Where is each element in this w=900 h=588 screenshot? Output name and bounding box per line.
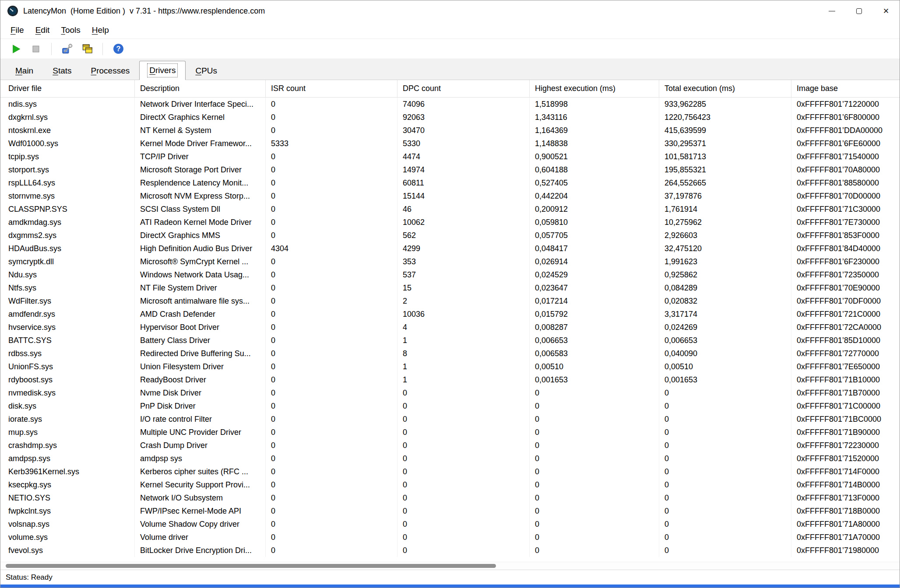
close-button[interactable]: ✕ <box>872 0 900 21</box>
cell: 0xFFFFF801’70A80000 <box>791 163 900 176</box>
table-row[interactable]: nvmedisk.sysNvme Disk Driver00000xFFFFF8… <box>0 386 900 399</box>
status-bar: Status: Ready <box>0 570 900 584</box>
column-header-image-base[interactable]: Image base <box>791 80 900 97</box>
cell: 15144 <box>397 189 530 203</box>
cell: 0xFFFFF801’84D40000 <box>791 242 900 255</box>
minimize-button[interactable] <box>818 0 845 21</box>
menu-bar: FileEditToolsHelp <box>0 21 900 39</box>
cell: 0 <box>659 544 791 557</box>
report-windows-button[interactable] <box>79 41 95 57</box>
table-row[interactable]: amdpsp.sysamdpsp sys00000xFFFFF801’71520… <box>0 452 900 465</box>
table-row[interactable]: BATTC.SYSBattery Class Driver010,0066530… <box>0 334 900 347</box>
tab-drivers[interactable]: Drivers <box>139 61 186 80</box>
column-header-highest-execution-ms[interactable]: Highest execution (ms) <box>530 80 659 97</box>
cell: 0 <box>659 491 791 504</box>
cell: 0,040090 <box>659 347 791 360</box>
cell: Kerb3961Kernel.sys <box>0 465 135 478</box>
svg-text:?: ? <box>116 45 120 52</box>
table-row[interactable]: UnionFS.sysUnion Filesystem Driver010,00… <box>0 360 900 373</box>
cell: 4 <box>397 321 530 334</box>
table-row[interactable]: HDAudBus.sysHigh Definition Audio Bus Dr… <box>0 242 900 255</box>
cell: 0xFFFFF801’713F0000 <box>791 491 900 504</box>
table-row[interactable]: amdkmdag.sysATI Radeon Kernel Mode Drive… <box>0 216 900 229</box>
table-row[interactable]: symcryptk.dllMicrosoft® SymCrypt Kernel … <box>0 255 900 268</box>
menu-edit[interactable]: Edit <box>30 21 56 38</box>
table-row[interactable]: storport.sysMicrosoft Storage Port Drive… <box>0 163 900 176</box>
table-row[interactable]: stornvme.sysMicrosoft NVM Express Storp.… <box>0 189 900 203</box>
column-header-driver-file[interactable]: Driver file <box>0 80 135 97</box>
menu-tools[interactable]: Tools <box>55 21 86 38</box>
cell: 0 <box>659 452 791 465</box>
cell: 4474 <box>397 150 530 163</box>
table-row[interactable]: CLASSPNP.SYSSCSI Class System Dll0460,20… <box>0 203 900 216</box>
table-row[interactable]: Ntfs.sysNT File System Driver0150,023647… <box>0 281 900 294</box>
table-row[interactable]: Kerb3961Kernel.sysKerberos cipher suites… <box>0 465 900 478</box>
cell: disk.sys <box>0 399 135 413</box>
table-row[interactable]: ndis.sysNetwork Driver Interface Speci..… <box>0 98 900 111</box>
table-row[interactable]: rdbss.sysRedirected Drive Buffering Su..… <box>0 347 900 360</box>
cell: 37,197876 <box>659 189 791 203</box>
horizontal-scrollbar-thumb[interactable] <box>6 564 496 568</box>
cell: 0 <box>397 399 530 413</box>
cell: 353 <box>397 255 530 268</box>
cell: volume.sys <box>0 531 135 544</box>
table-row[interactable]: dxgmms2.sysDirectX Graphics MMS05620,057… <box>0 229 900 242</box>
table-row[interactable]: NETIO.SYSNetwork I/O Subsystem00000xFFFF… <box>0 491 900 504</box>
column-header-isr-count[interactable]: ISR count <box>266 80 397 97</box>
cell: 0,00510 <box>659 360 791 373</box>
column-header-total-execution-ms[interactable]: Total execution (ms) <box>659 80 791 97</box>
table-row[interactable]: rdyboost.sysReadyBoost Driver010,0016530… <box>0 373 900 386</box>
table-row[interactable]: hvservice.sysHypervisor Boot Driver040,0… <box>0 321 900 334</box>
cell: WdFilter.sys <box>0 294 135 308</box>
cell: 0 <box>530 465 659 478</box>
cell: amdkmdag.sys <box>0 216 135 229</box>
table-row[interactable]: mup.sysMultiple UNC Provider Driver00000… <box>0 426 900 439</box>
cell: 0,008287 <box>530 321 659 334</box>
table-row[interactable]: ntoskrnl.exeNT Kernel & System0304701,16… <box>0 124 900 137</box>
table-row[interactable]: volsnap.sysVolume Shadow Copy driver0000… <box>0 518 900 531</box>
cell: 74096 <box>397 98 530 111</box>
horizontal-scrollbar[interactable] <box>0 562 900 570</box>
cell: 32,475120 <box>659 242 791 255</box>
table-row[interactable]: iorate.sysI/O rate control Filter00000xF… <box>0 413 900 426</box>
cell: tcpip.sys <box>0 150 135 163</box>
table-row[interactable]: fvevol.sysBitLocker Drive Encryption Dri… <box>0 544 900 557</box>
table-row[interactable]: dxgkrnl.sysDirectX Graphics Kernel092063… <box>0 111 900 124</box>
table-row[interactable]: WdFilter.sysMicrosoft antimalware file s… <box>0 294 900 308</box>
tab-main[interactable]: Main <box>6 62 43 80</box>
table-row[interactable]: tcpip.sysTCP/IP Driver044740,900521101,5… <box>0 150 900 163</box>
maximize-button[interactable] <box>845 0 872 21</box>
cell: BitLocker Drive Encryption Dri... <box>135 544 266 557</box>
table-row[interactable]: Wdf01000.sysKernel Mode Driver Framewor.… <box>0 137 900 150</box>
table-row[interactable]: disk.sysPnP Disk Driver00000xFFFFF801’71… <box>0 399 900 413</box>
cell: 0xFFFFF801’71B90000 <box>791 426 900 439</box>
table-row[interactable]: rspLLL64.sysResplendence Latency Monit..… <box>0 176 900 189</box>
table-row[interactable]: amdfendr.sysAMD Crash Defender0100360,01… <box>0 308 900 321</box>
table-row[interactable]: Ndu.sysWindows Network Data Usag...05370… <box>0 268 900 281</box>
cell: 46 <box>397 203 530 216</box>
cell: 4304 <box>266 242 397 255</box>
menu-help[interactable]: Help <box>86 21 115 38</box>
menu-file[interactable]: File <box>5 21 30 38</box>
tools-button[interactable] <box>59 41 75 57</box>
table-row[interactable]: fwpkclnt.sysFWP/IPsec Kernel-Mode API000… <box>0 504 900 518</box>
table-row[interactable]: ksecpkg.sysKernel Security Support Provi… <box>0 478 900 491</box>
cell: 10,275962 <box>659 216 791 229</box>
column-header-description[interactable]: Description <box>135 80 266 97</box>
tab-processes[interactable]: Processes <box>81 62 140 80</box>
table-row[interactable]: crashdmp.sysCrash Dump Driver00000xFFFFF… <box>0 439 900 452</box>
cell: 0 <box>266 465 397 478</box>
tab-stats[interactable]: Stats <box>43 62 81 80</box>
cell: rdyboost.sys <box>0 373 135 386</box>
cell: 0 <box>530 386 659 399</box>
close-icon: ✕ <box>883 7 889 15</box>
column-header-dpc-count[interactable]: DPC count <box>397 80 530 97</box>
stop-monitor-button[interactable] <box>28 41 44 57</box>
tab-cpus[interactable]: CPUs <box>186 62 227 80</box>
table-row[interactable]: volume.sysVolume driver00000xFFFFF801’71… <box>0 531 900 544</box>
cell: fwpkclnt.sys <box>0 504 135 518</box>
start-monitor-button[interactable] <box>7 41 24 57</box>
help-button[interactable]: ? <box>110 41 127 57</box>
cell: 0 <box>266 334 397 347</box>
cell: 0 <box>266 413 397 426</box>
